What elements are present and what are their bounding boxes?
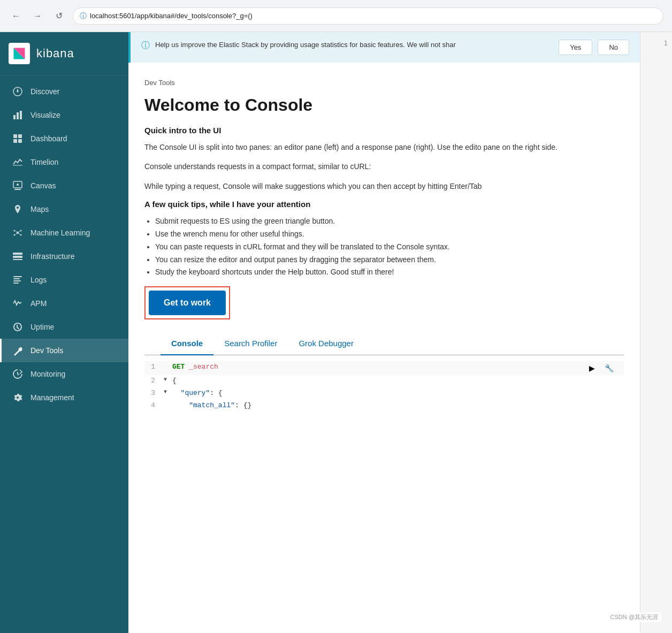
- sidebar-item-label: Machine Learning: [30, 228, 90, 237]
- sidebar-item-machine-learning[interactable]: Machine Learning: [0, 221, 128, 245]
- tip-item: You can paste requests in cURL format an…: [155, 241, 624, 254]
- svg-rect-31: [13, 283, 19, 284]
- sidebar-item-visualize[interactable]: Visualize: [0, 103, 128, 127]
- sidebar-item-label: Monitoring: [30, 370, 65, 378]
- svg-marker-4: [17, 88, 19, 93]
- bar-chart-icon: [12, 110, 23, 120]
- address-url: localhost:5601/app/kibana#/dev_tools/con…: [90, 12, 253, 20]
- svg-rect-12: [13, 165, 22, 166]
- code-line-3: 3 ▼ "query": {: [144, 387, 624, 400]
- tab-search-profiler[interactable]: Search Profiler: [213, 332, 288, 355]
- sidebar-item-apm[interactable]: APM: [0, 292, 128, 315]
- svg-rect-9: [18, 134, 22, 138]
- usage-stats-banner: ⓘ Help us improve the Elastic Stack by p…: [128, 32, 640, 63]
- tips-list: Submit requests to ES using the green tr…: [155, 215, 624, 279]
- line-number: 3: [144, 388, 164, 399]
- yes-button[interactable]: Yes: [559, 40, 592, 55]
- address-bar[interactable]: ⓘ localhost:5601/app/kibana#/dev_tools/c…: [73, 7, 663, 25]
- sidebar-item-maps[interactable]: Maps: [0, 197, 128, 221]
- code-key: "match_all": [189, 401, 235, 409]
- svg-point-18: [20, 230, 22, 232]
- apm-icon: [12, 298, 23, 309]
- svg-rect-7: [20, 111, 22, 119]
- back-button[interactable]: ←: [9, 9, 24, 24]
- intro-text-2: Console understands requests in a compac…: [144, 161, 624, 172]
- line-toggle: ▼: [164, 388, 172, 396]
- code-editor[interactable]: 1 GET _search ▶ 🔧 2 ▼ {: [144, 355, 624, 417]
- svg-rect-10: [13, 139, 17, 143]
- svg-point-20: [20, 234, 22, 236]
- tip-item: Submit requests to ES using the green tr…: [155, 215, 624, 228]
- svg-rect-11: [18, 139, 22, 143]
- response-line-num: 1: [640, 37, 672, 50]
- sidebar-item-label: Canvas: [30, 181, 56, 190]
- info-icon: ⓘ: [141, 40, 150, 51]
- breadcrumb: Dev Tools: [144, 79, 624, 87]
- svg-line-23: [16, 233, 17, 234]
- sidebar-item-label: Dev Tools: [30, 346, 63, 355]
- response-panel: 1: [640, 32, 672, 633]
- banner-text: Help us improve the Elastic Stack by pro…: [155, 40, 543, 50]
- forward-button[interactable]: →: [30, 9, 45, 24]
- svg-point-17: [14, 230, 16, 232]
- page-title: Welcome to Console: [144, 95, 624, 115]
- tip-item: Study the keyboard shortcuts under the H…: [155, 266, 624, 279]
- run-button[interactable]: ▶: [585, 362, 598, 375]
- sidebar-nav: Discover Visualize Dashboard: [0, 75, 128, 633]
- get-to-work-button[interactable]: Get to work: [149, 291, 226, 315]
- svg-rect-30: [13, 280, 21, 281]
- compass-icon: [12, 86, 23, 97]
- sidebar-item-discover[interactable]: Discover: [0, 80, 128, 103]
- sidebar-item-canvas[interactable]: Canvas: [0, 174, 128, 197]
- svg-line-22: [18, 231, 20, 232]
- code-key: "query": [181, 389, 210, 397]
- refresh-button[interactable]: ↺: [51, 9, 66, 24]
- svg-rect-29: [13, 278, 20, 279]
- line-code: "match_all": {}: [172, 400, 624, 411]
- sidebar-item-logs[interactable]: Logs: [0, 268, 128, 292]
- ml-icon: [12, 227, 23, 238]
- line-number: 2: [144, 376, 164, 387]
- code-actions: ▶ 🔧: [585, 362, 624, 375]
- tab-console[interactable]: Console: [161, 332, 213, 355]
- sidebar-item-label: Timelion: [30, 158, 58, 166]
- svg-line-24: [18, 233, 20, 234]
- tools-button[interactable]: 🔧: [602, 362, 615, 375]
- sidebar-item-dashboard[interactable]: Dashboard: [0, 127, 128, 150]
- wrench-icon: [12, 345, 23, 356]
- svg-rect-28: [13, 276, 22, 277]
- sidebar-item-label: Logs: [30, 276, 47, 284]
- sidebar-item-management[interactable]: Management: [0, 386, 128, 409]
- map-marker-icon: [12, 204, 23, 215]
- sidebar-item-monitoring[interactable]: Monitoring: [0, 362, 128, 386]
- sidebar-item-label: Management: [30, 393, 74, 402]
- svg-line-21: [16, 231, 17, 232]
- sidebar-item-dev-tools[interactable]: Dev Tools: [0, 339, 128, 362]
- monitoring-icon: [12, 369, 23, 379]
- tip-item: You can resize the editor and output pan…: [155, 254, 624, 266]
- tabs-bar: Console Search Profiler Grok Debugger: [144, 332, 624, 355]
- tips-heading: A few quick tips, while I have your atte…: [144, 200, 624, 209]
- sidebar-item-label: Uptime: [30, 323, 54, 331]
- line-code: GET _search: [172, 362, 585, 373]
- code-path: _search: [189, 363, 218, 371]
- sidebar-item-label: APM: [30, 299, 47, 308]
- tab-grok-debugger[interactable]: Grok Debugger: [288, 332, 364, 355]
- sidebar-item-infrastructure[interactable]: Infrastructure: [0, 245, 128, 268]
- code-line-1: 1 GET _search ▶ 🔧: [144, 361, 624, 375]
- code-line-2: 2 ▼ {: [144, 375, 624, 387]
- sidebar-item-timelion[interactable]: Timelion: [0, 150, 128, 174]
- main-content: ⓘ Help us improve the Elastic Stack by p…: [128, 32, 640, 633]
- watermark: CSDN @其乐无涯: [607, 612, 661, 622]
- svg-rect-8: [13, 134, 17, 138]
- grid-icon: [12, 133, 23, 144]
- line-number: 1: [144, 362, 164, 373]
- line-toggle: ▼: [164, 376, 172, 384]
- no-button[interactable]: No: [598, 40, 629, 55]
- sidebar-item-uptime[interactable]: Uptime: [0, 315, 128, 339]
- code-method: GET: [172, 363, 185, 371]
- logs-icon: [12, 274, 23, 285]
- infrastructure-icon: [12, 251, 23, 262]
- kibana-logo-icon: [9, 43, 30, 64]
- sidebar-item-label: Discover: [30, 87, 59, 96]
